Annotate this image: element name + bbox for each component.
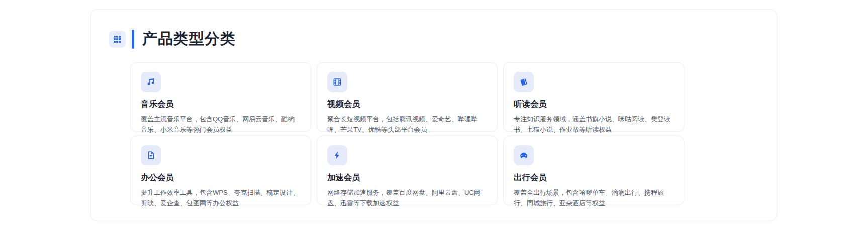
card-title: 视频会员 — [327, 99, 487, 110]
category-card-travel[interactable]: 出行会员 覆盖全出行场景，包含哈啰单车、滴滴出行、携程旅行、同城旅行、亚朵酒店等… — [503, 136, 684, 205]
film-icon — [327, 72, 347, 92]
card-description: 覆盖全出行场景，包含哈啰单车、滴滴出行、携程旅行、同城旅行、亚朵酒店等权益 — [514, 188, 673, 208]
product-category-panel: 产品类型分类 音乐会员 覆盖主流音乐平台，包含QQ音乐、网易云音乐、酷狗音乐、小… — [90, 9, 777, 221]
section-header: 产品类型分类 — [109, 29, 236, 49]
accent-bar — [132, 30, 134, 49]
card-title: 办公会员 — [141, 172, 301, 183]
card-description: 专注知识服务领域，涵盖书旗小说、咪咕阅读、樊登读书、七猫小说、作业帮等听读权益 — [514, 114, 673, 135]
category-card-office[interactable]: 办公会员 提升工作效率工具，包含WPS、夸克扫描、稿定设计、剪映、爱企查、包图网… — [130, 136, 311, 205]
card-description: 提升工作效率工具，包含WPS、夸克扫描、稿定设计、剪映、爱企查、包图网等办公权益 — [141, 188, 301, 208]
card-description: 聚合长短视频平台，包括腾讯视频、爱奇艺、哔哩哔哩、芒果TV、优酷等头部平台会员 — [327, 114, 487, 135]
page-title: 产品类型分类 — [142, 29, 236, 49]
category-card-acceleration[interactable]: 加速会员 网络存储加速服务，覆盖百度网盘、阿里云盘、UC网盘、迅雷等下载加速权益 — [317, 136, 498, 205]
music-note-icon — [141, 72, 161, 92]
document-icon — [141, 145, 161, 165]
book-icon — [514, 72, 534, 92]
category-card-grid: 音乐会员 覆盖主流音乐平台，包含QQ音乐、网易云音乐、酷狗音乐、小米音乐等热门会… — [130, 62, 684, 205]
car-icon — [514, 145, 534, 165]
card-title: 听读会员 — [514, 99, 673, 110]
card-title: 出行会员 — [514, 172, 673, 183]
card-title: 音乐会员 — [141, 99, 301, 110]
grid-icon — [109, 31, 126, 48]
card-description: 网络存储加速服务，覆盖百度网盘、阿里云盘、UC网盘、迅雷等下载加速权益 — [327, 188, 487, 208]
category-card-reading[interactable]: 听读会员 专注知识服务领域，涵盖书旗小说、咪咕阅读、樊登读书、七猫小说、作业帮等… — [503, 62, 684, 132]
lightning-icon — [327, 145, 347, 165]
category-card-video[interactable]: 视频会员 聚合长短视频平台，包括腾讯视频、爱奇艺、哔哩哔哩、芒果TV、优酷等头部… — [317, 62, 498, 132]
card-description: 覆盖主流音乐平台，包含QQ音乐、网易云音乐、酷狗音乐、小米音乐等热门会员权益 — [141, 114, 301, 135]
card-title: 加速会员 — [327, 172, 487, 183]
category-card-music[interactable]: 音乐会员 覆盖主流音乐平台，包含QQ音乐、网易云音乐、酷狗音乐、小米音乐等热门会… — [130, 62, 311, 132]
